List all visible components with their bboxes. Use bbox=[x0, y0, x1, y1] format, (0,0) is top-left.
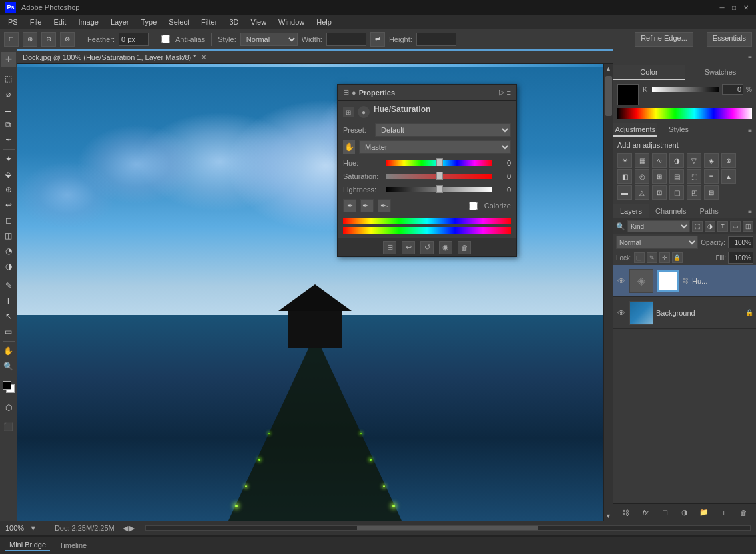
adj-threshold-btn[interactable]: ▲ bbox=[721, 169, 736, 184]
adjustments-tab[interactable]: Adjustments bbox=[613, 123, 657, 137]
adj-levels-btn[interactable]: ▦ bbox=[635, 153, 649, 168]
mini-bridge-tab[interactable]: Mini Bridge bbox=[5, 539, 50, 551]
menu-layer[interactable]: Layer bbox=[105, 17, 135, 27]
dodge-tool[interactable]: ◑ bbox=[1, 259, 16, 274]
swatches-tab[interactable]: Swatches bbox=[685, 65, 756, 80]
right-panel-menu-btn[interactable]: ≡ bbox=[748, 54, 752, 61]
canvas-vscroll-up[interactable]: ▲ bbox=[604, 64, 613, 73]
light-slider-thumb[interactable] bbox=[436, 185, 443, 193]
layers-tab[interactable]: Layers bbox=[613, 204, 649, 218]
quick-select-tool[interactable]: ⚊ bbox=[1, 102, 16, 117]
hscrollbar-track[interactable] bbox=[145, 525, 751, 531]
filter-adj-btn[interactable]: ◑ bbox=[705, 221, 715, 232]
timeline-tab[interactable]: Timeline bbox=[55, 540, 91, 551]
footer-btn-delete[interactable]: 🗑 bbox=[458, 241, 471, 254]
adj-invert-btn[interactable]: ⬚ bbox=[687, 169, 701, 184]
canvas-scene[interactable] bbox=[17, 64, 613, 521]
menu-filter[interactable]: Filter bbox=[196, 17, 222, 27]
menu-help[interactable]: Help bbox=[311, 17, 337, 27]
colorize-checkbox[interactable] bbox=[469, 202, 478, 210]
kind-select[interactable]: Kind bbox=[627, 220, 690, 232]
sat-slider-thumb[interactable] bbox=[436, 172, 443, 180]
fill-input[interactable] bbox=[728, 252, 753, 264]
layer-item-background[interactable]: 👁 Background 🔒 bbox=[613, 297, 756, 329]
blend-mode-select[interactable]: Normal Multiply Screen Overlay bbox=[616, 236, 698, 249]
adj-hue-sat-btn[interactable]: ◈ bbox=[704, 153, 719, 168]
marquee-int-btn[interactable]: ⊗ bbox=[60, 32, 75, 47]
swap-wh-btn[interactable]: ⇌ bbox=[370, 32, 385, 47]
blur-tool[interactable]: ◔ bbox=[1, 244, 16, 258]
eyedropper-tool[interactable]: ✒ bbox=[1, 133, 16, 147]
k-value-input[interactable] bbox=[722, 84, 743, 95]
layers-fx-btn[interactable]: fx bbox=[639, 507, 651, 519]
close-button[interactable]: ✕ bbox=[741, 3, 751, 12]
crop-tool[interactable]: ⧉ bbox=[1, 117, 16, 132]
adj-posterize-btn[interactable]: ≡ bbox=[704, 169, 719, 184]
healing-brush-tool[interactable]: ✦ bbox=[1, 152, 16, 166]
properties-menu-btn[interactable]: ≡ bbox=[507, 89, 511, 97]
hand-tool[interactable]: ✋ bbox=[1, 344, 16, 358]
canvas-vscrollbar[interactable]: ▲ ▼ bbox=[603, 64, 613, 521]
minimize-button[interactable]: ─ bbox=[717, 3, 727, 12]
lock-position-btn[interactable]: ✛ bbox=[659, 252, 670, 263]
layers-link-btn[interactable]: ⛓ bbox=[620, 507, 632, 519]
menu-type[interactable]: Type bbox=[136, 17, 163, 27]
adj-btn-4[interactable]: ◫ bbox=[669, 185, 684, 200]
adj-color-lookup-btn[interactable]: ▤ bbox=[669, 169, 684, 184]
refine-edge-button[interactable]: Refine Edge... bbox=[635, 32, 693, 47]
adj-color-balance-btn[interactable]: ⊗ bbox=[721, 153, 736, 168]
adj-curves-btn[interactable]: ∿ bbox=[652, 153, 667, 168]
marquee-tool[interactable]: ⬚ bbox=[1, 71, 16, 86]
width-input[interactable] bbox=[326, 33, 366, 46]
adj-photo-filter-btn[interactable]: ◎ bbox=[635, 169, 649, 184]
menu-edit[interactable]: Edit bbox=[48, 17, 71, 27]
styles-tab[interactable]: Styles bbox=[657, 123, 700, 137]
properties-expand-btn[interactable]: ▷ bbox=[499, 88, 504, 97]
lock-all-btn[interactable]: 🔒 bbox=[672, 252, 683, 263]
adj-vibrance-btn[interactable]: ▽ bbox=[687, 153, 701, 168]
hue-slider-thumb[interactable] bbox=[436, 158, 443, 166]
opacity-input[interactable] bbox=[728, 236, 753, 248]
hand-icon[interactable]: ✋ bbox=[343, 140, 355, 154]
quick-mask-btn[interactable]: ⬡ bbox=[1, 400, 16, 415]
marquee-sub-btn[interactable]: ⊖ bbox=[41, 32, 56, 47]
hs-icon-2[interactable]: ● bbox=[358, 106, 370, 118]
menu-image[interactable]: Image bbox=[73, 17, 104, 27]
adj-gradient-map-btn[interactable]: ▬ bbox=[617, 185, 632, 200]
adj-btn-3[interactable]: ⊡ bbox=[652, 185, 667, 200]
marquee-add-btn[interactable]: ⊕ bbox=[23, 32, 37, 47]
screen-mode-btn[interactable]: ⬛ bbox=[1, 419, 16, 434]
filter-smart-btn[interactable]: ◫ bbox=[743, 221, 753, 232]
menu-3d[interactable]: 3D bbox=[224, 17, 244, 27]
zoom-tool[interactable]: 🔍 bbox=[1, 359, 16, 374]
paths-tab[interactable]: Paths bbox=[693, 204, 725, 218]
adj-brightness-btn[interactable]: ☀ bbox=[617, 153, 632, 168]
filter-shape-btn[interactable]: ▭ bbox=[730, 221, 741, 232]
canvas-vscroll-down[interactable]: ▼ bbox=[604, 511, 613, 521]
pen-tool[interactable]: ✎ bbox=[1, 278, 16, 293]
style-select[interactable]: Normal Fixed Ratio Fixed Size bbox=[240, 33, 298, 46]
layers-new-btn[interactable]: + bbox=[718, 507, 730, 519]
hscrollbar-thumb[interactable] bbox=[357, 526, 538, 530]
lock-transparent-btn[interactable]: ◫ bbox=[634, 252, 645, 263]
pipette-btn-3[interactable]: ✒- bbox=[378, 199, 391, 212]
type-tool[interactable]: T bbox=[1, 294, 16, 308]
height-input[interactable] bbox=[416, 33, 456, 46]
color-preview-swatch[interactable] bbox=[617, 84, 639, 105]
preset-select[interactable]: Default Custom bbox=[375, 123, 511, 137]
zoom-flyout-btn[interactable]: ▼ bbox=[29, 524, 37, 532]
adj-bw-btn[interactable]: ◧ bbox=[617, 169, 632, 184]
layers-delete-btn[interactable]: 🗑 bbox=[737, 507, 749, 519]
lock-image-btn[interactable]: ✎ bbox=[647, 252, 657, 263]
marquee-rect-btn[interactable]: □ bbox=[4, 32, 19, 47]
tab-close-button[interactable]: × bbox=[202, 53, 206, 62]
layers-panel-menu-btn[interactable]: ≡ bbox=[744, 204, 756, 218]
adj-panel-menu-btn[interactable]: ≡ bbox=[744, 123, 756, 137]
footer-btn-1[interactable]: ⊞ bbox=[383, 241, 396, 254]
essentials-button[interactable]: Essentials bbox=[707, 32, 752, 47]
layers-group-btn[interactable]: 📁 bbox=[698, 507, 710, 519]
menu-ps[interactable]: PS bbox=[3, 17, 23, 27]
layer-item-huesat[interactable]: 👁 ◈ ⛓ Hu... bbox=[613, 265, 756, 297]
gradient-tool[interactable]: ◫ bbox=[1, 228, 16, 243]
footer-btn-2[interactable]: ↩ bbox=[402, 241, 415, 254]
